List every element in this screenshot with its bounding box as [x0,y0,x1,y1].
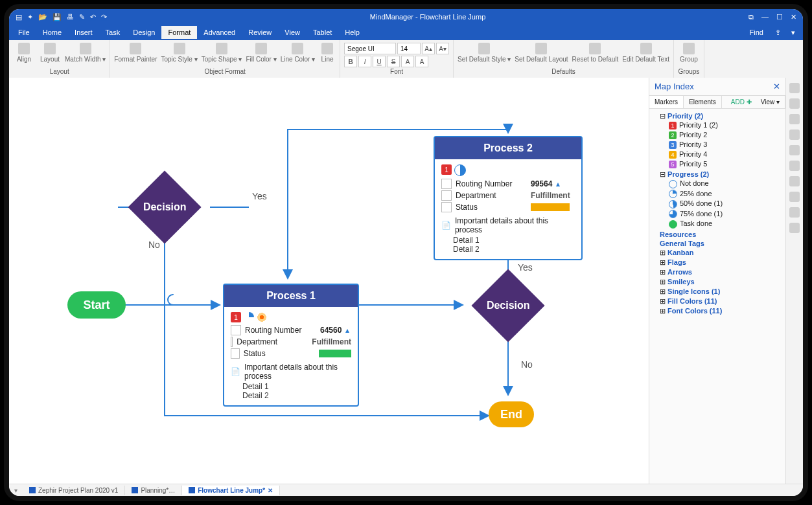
expand-icon[interactable]: ⊞ [660,268,666,276]
expand-icon[interactable]: ⊞ [660,278,666,286]
maximize-icon[interactable]: ☐ [776,13,783,21]
layout-button[interactable]: Layout [39,43,61,63]
italic-button[interactable]: I [358,56,371,67]
resources-header[interactable]: Resources [660,230,784,239]
fill-colors-header[interactable]: Fill Colors (11) [667,297,717,305]
reset-default-button[interactable]: Reset to Default [572,43,619,63]
font-name-input[interactable] [344,43,396,54]
arrows-header[interactable]: Arrows [667,268,692,276]
set-default-layout-button[interactable]: Set Default Layout [515,43,568,63]
rail-icon[interactable] [789,129,800,140]
find-menu[interactable]: Find [743,26,770,39]
rail-icon[interactable] [789,145,800,155]
menu-file[interactable]: File [12,26,36,39]
smileys-header[interactable]: Smileys [667,278,695,286]
expand-icon[interactable]: ⊞ [660,249,666,256]
bold-button[interactable]: B [344,56,357,67]
progress-header[interactable]: Progress (2) [667,170,709,178]
rail-icon[interactable] [789,83,800,93]
menu-insert[interactable]: Insert [68,26,99,39]
fill-color-button[interactable]: Fill Color ▾ [246,43,276,63]
font-size-input[interactable] [397,43,421,54]
view-dropdown[interactable]: View ▾ [756,96,785,108]
menu-home[interactable]: Home [36,26,68,39]
rail-icon[interactable] [789,223,800,233]
rail-icon[interactable] [789,161,800,171]
qat-brush-icon[interactable]: ✎ [79,13,85,21]
document-tab[interactable]: Flowchart Line Jump* ✕ [182,486,280,495]
line-button[interactable]: Line [319,43,336,63]
expand-icon[interactable]: ⊟ [660,112,666,120]
set-default-style-button[interactable]: Set Default Style ▾ [458,43,511,63]
close-icon[interactable]: ✕ [791,13,796,21]
priority-item[interactable]: 2Priority 2 [669,130,784,140]
single-icons-header[interactable]: Single Icons (1) [667,287,720,295]
flowchart-canvas[interactable]: Yes No Yes No Start Decision Process 1 1 [9,78,649,484]
collapse-icon[interactable]: ▴ [345,326,349,335]
rail-icon[interactable] [789,114,800,124]
qat-redo-icon[interactable]: ↷ [101,13,107,21]
document-tab[interactable]: Planning*… [125,486,182,495]
underline-button[interactable]: U [373,56,386,67]
end-node[interactable]: End [489,401,534,427]
collapse-icon[interactable]: ▴ [556,179,560,188]
restore-icon[interactable]: ⧉ [748,13,754,21]
panel-close-icon[interactable]: ✕ [773,82,780,91]
match-width-button[interactable]: Match Width ▾ [65,43,106,63]
tab-markers[interactable]: Markers [649,96,684,108]
expand-icon[interactable]: ⊞ [660,297,666,305]
document-tab[interactable]: Zephir Project Plan 2020 v1 [23,486,125,495]
rail-icon[interactable] [789,176,800,186]
tab-elements[interactable]: Elements [684,96,722,108]
align-button[interactable]: Align [13,43,35,63]
rail-icon[interactable] [789,207,800,218]
priority-item[interactable]: 1Priority 1 (2) [669,120,784,130]
strike-button[interactable]: S [387,56,400,67]
topic-style-button[interactable]: Topic Style ▾ [161,43,198,63]
edit-default-text-button[interactable]: Edit Default Text [622,43,669,63]
kanban-header[interactable]: Kanban [667,249,693,256]
menu-tablet[interactable]: Tablet [307,26,338,39]
menu-design[interactable]: Design [126,26,161,39]
tab-close-icon[interactable]: ✕ [268,487,273,494]
progress-item[interactable]: 75% done (1) [669,209,784,219]
collapse-ribbon-icon[interactable]: ▾ [786,28,800,37]
share-icon[interactable]: ⇪ [770,28,786,37]
qat-save-icon[interactable]: 💾 [52,13,62,21]
expand-icon[interactable]: ⊞ [660,258,666,266]
expand-icon[interactable]: ⊞ [660,287,666,295]
qat-undo-icon[interactable]: ↶ [90,13,96,21]
progress-item[interactable]: 50% done (1) [669,199,784,209]
qat-file-icon[interactable]: ▤ [16,13,22,21]
marker-tree[interactable]: ⊟ Priority (2) 1Priority 1 (2) 2Priority… [649,109,785,484]
priority-item[interactable]: 5Priority 5 [669,159,784,169]
format-painter-button[interactable]: Format Painter [114,43,157,63]
menu-view[interactable]: View [278,26,307,39]
menu-advanced[interactable]: Advanced [197,26,242,39]
menu-review[interactable]: Review [242,26,278,39]
clear-format-button[interactable]: A [415,56,428,67]
font-colors-header[interactable]: Font Colors (11) [667,307,722,315]
flags-header[interactable]: Flags [667,258,686,266]
add-marker-button[interactable]: ADD ✚ [727,96,756,108]
qat-open-icon[interactable]: 📂 [38,13,47,21]
process-2-node[interactable]: Process 2 1 Routing Number99564 ▴ Depart… [434,136,583,260]
priority-item[interactable]: 3Priority 3 [669,140,784,150]
shrink-font-button[interactable]: A▾ [436,43,449,54]
progress-item[interactable]: 25% done [669,189,784,199]
line-color-button[interactable]: Line Color ▾ [281,43,315,63]
priority-item[interactable]: 4Priority 4 [669,150,784,159]
start-node[interactable]: Start [67,291,126,319]
process-1-node[interactable]: Process 1 1 Routing Number64560 ▴ Depart… [223,284,359,407]
rail-icon[interactable] [789,98,800,109]
topic-shape-button[interactable]: Topic Shape ▾ [202,43,242,63]
group-button[interactable]: Group [678,43,700,63]
menu-format[interactable]: Format [161,26,197,39]
menu-task[interactable]: Task [99,26,127,39]
expand-icon[interactable]: ⊞ [660,307,666,315]
qat-new-icon[interactable]: ✦ [27,13,33,21]
tabs-dropdown-icon[interactable]: ▾ [9,487,23,494]
grow-font-button[interactable]: A▴ [422,43,435,54]
tags-header[interactable]: General Tags [660,239,784,248]
expand-icon[interactable]: ⊟ [660,170,666,178]
